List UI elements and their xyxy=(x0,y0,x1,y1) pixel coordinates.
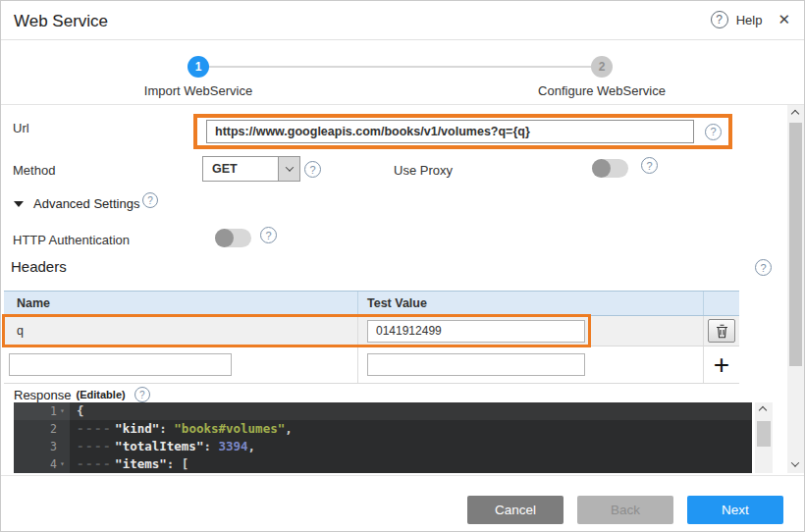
method-help-icon[interactable] xyxy=(304,161,321,178)
http-auth-label: HTTP Authentication xyxy=(13,233,130,247)
table-row-new: + xyxy=(4,346,739,384)
headers-table: Name Test Value q xyxy=(4,291,739,384)
content-scrollbar[interactable] xyxy=(787,105,804,473)
dialog-content: Url Method GET Use Proxy Advanced Settin… xyxy=(1,105,804,475)
add-row-button[interactable]: + xyxy=(714,352,729,378)
trash-icon xyxy=(716,324,728,339)
http-auth-toggle[interactable] xyxy=(215,229,251,247)
close-icon[interactable] xyxy=(778,11,790,28)
url-highlight-box xyxy=(193,114,732,149)
editor-line[interactable]: 4▾----"items": [ xyxy=(14,455,752,473)
content-scrollbar-thumb[interactable] xyxy=(789,123,802,366)
cancel-button[interactable]: Cancel xyxy=(467,496,564,524)
use-proxy-label: Use Proxy xyxy=(394,163,453,178)
new-header-test-value-input[interactable] xyxy=(367,353,585,376)
table-row: q xyxy=(4,316,739,346)
url-help-icon[interactable] xyxy=(705,124,722,140)
scroll-down-icon[interactable] xyxy=(791,458,799,466)
method-select[interactable]: GET xyxy=(202,156,300,182)
step-2-label: Configure WebService xyxy=(494,83,710,98)
headers-section-title: Headers xyxy=(11,258,67,275)
editor-scrollbar-thumb[interactable] xyxy=(757,421,771,447)
response-editor-lines: 1▾{2----"kind": "books#volumes",3----"to… xyxy=(14,402,752,473)
dialog-footer: Cancel Back Next xyxy=(1,475,804,532)
editor-line[interactable]: 3----"totalItems": 3394, xyxy=(14,438,752,455)
help-link[interactable]: Help xyxy=(736,13,763,27)
headers-table-header: Name Test Value xyxy=(4,291,739,316)
editor-line[interactable]: 2----"kind": "books#volumes", xyxy=(14,420,752,438)
headers-help-icon[interactable] xyxy=(755,259,772,276)
response-label: Response xyxy=(14,388,72,402)
step-2-circle[interactable]: 2 xyxy=(591,56,613,78)
next-button[interactable]: Next xyxy=(687,496,783,524)
step-1-label: Import WebService xyxy=(90,83,306,98)
fold-caret-icon[interactable]: ▾ xyxy=(57,402,68,420)
title-bar: Web Service Help xyxy=(1,1,804,40)
column-header-test-value: Test Value xyxy=(357,292,703,315)
dialog-title: Web Service xyxy=(14,12,108,31)
column-header-actions xyxy=(703,292,739,315)
scroll-up-icon[interactable] xyxy=(791,110,799,118)
editor-line[interactable]: 1▾{ xyxy=(14,402,752,420)
step-1-circle[interactable]: 1 xyxy=(188,56,209,78)
header-name-cell[interactable]: q xyxy=(4,324,357,338)
toggle-knob xyxy=(592,159,611,178)
advanced-settings-toggle[interactable]: Advanced Settings xyxy=(14,196,139,211)
url-label: Url xyxy=(13,121,29,135)
web-service-dialog: Web Service Help 1 2 Import WebService C… xyxy=(0,0,805,532)
back-button[interactable]: Back xyxy=(577,496,673,524)
test-value-input[interactable] xyxy=(367,320,585,343)
delete-row-button[interactable] xyxy=(708,319,735,343)
wizard-stepper: 1 2 Import WebService Configure WebServi… xyxy=(1,40,804,105)
editor-scrollbar[interactable] xyxy=(755,402,773,473)
method-selected-value: GET xyxy=(203,162,278,176)
fold-caret-icon[interactable]: ▾ xyxy=(57,455,68,473)
response-editable-label: (Editable) xyxy=(77,389,126,400)
advanced-settings-help-icon[interactable] xyxy=(142,192,158,208)
column-header-name: Name xyxy=(4,296,357,310)
advanced-settings-label: Advanced Settings xyxy=(33,196,139,211)
toggle-knob xyxy=(215,229,234,247)
method-label: Method xyxy=(13,163,55,178)
use-proxy-help-icon[interactable] xyxy=(641,157,658,174)
use-proxy-toggle[interactable] xyxy=(592,159,628,178)
new-header-name-input[interactable] xyxy=(9,353,232,376)
http-auth-help-icon[interactable] xyxy=(260,227,277,243)
step-connector-line xyxy=(209,66,591,68)
scroll-up-icon[interactable] xyxy=(759,406,767,414)
caret-down-icon xyxy=(14,201,24,207)
url-input[interactable] xyxy=(206,120,694,143)
chevron-down-icon[interactable] xyxy=(278,157,299,181)
help-icon[interactable] xyxy=(711,11,728,28)
response-editor[interactable]: 1▾{2----"kind": "books#volumes",3----"to… xyxy=(14,402,752,473)
response-help-icon[interactable] xyxy=(134,387,150,402)
